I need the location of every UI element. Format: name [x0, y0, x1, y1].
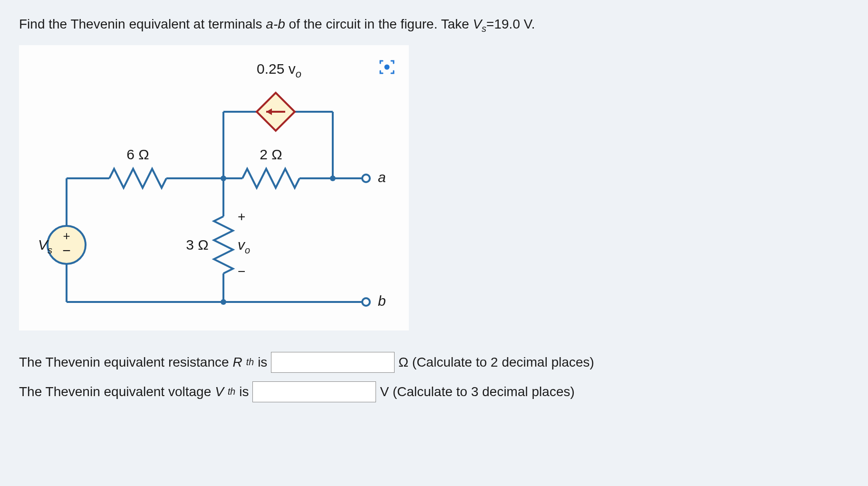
circuit-diagram: + − 6 Ω 2 Ω 3 Ω 0.25 vo + vo − Vs	[24, 50, 404, 326]
dep-source-sub: o	[296, 68, 301, 80]
vs-minus-sign: −	[62, 243, 71, 258]
vth-sub: th	[228, 386, 235, 397]
vs-symbol-sub: s	[48, 245, 52, 255]
vs-eq: =19.0 V.	[486, 17, 535, 31]
rth-sym: R	[233, 355, 242, 370]
rth-prefix: The Thevenin equivalent resistance	[19, 355, 229, 370]
rth-unit: Ω (Calculate to 2 decimal places)	[398, 355, 594, 370]
rth-is: is	[258, 355, 267, 370]
lens-icon[interactable]	[376, 56, 398, 78]
question-prefix: Find the Thevenin equivalent at terminal…	[19, 17, 266, 31]
rth-answer-row: The Thevenin equivalent resistance Rth i…	[19, 352, 849, 373]
vth-prefix: The Thevenin equivalent voltage	[19, 384, 211, 399]
rth-input[interactable]	[271, 352, 395, 373]
vs-sub: s	[482, 23, 486, 34]
vth-is: is	[239, 384, 249, 399]
vth-input[interactable]	[252, 381, 376, 402]
r2-label: 2 Ω	[260, 146, 282, 162]
vth-unit: V (Calculate to 3 decimal places)	[380, 384, 574, 399]
vth-answer-row: The Thevenin equivalent voltage Vth is V…	[19, 381, 849, 402]
question-text: Find the Thevenin equivalent at terminal…	[19, 14, 849, 36]
rth-sub: th	[246, 357, 254, 368]
svg-point-0	[385, 65, 389, 69]
vo-sub: o	[245, 245, 250, 255]
svg-point-21	[221, 299, 226, 305]
svg-text:0.25 vo: 0.25 vo	[257, 61, 301, 80]
vs-label: V	[473, 17, 482, 31]
vo-minus: −	[238, 264, 245, 279]
question-terminals: a-b	[266, 17, 285, 31]
svg-point-20	[221, 175, 226, 181]
r3-label: 3 Ω	[186, 237, 208, 253]
vth-sym: V	[215, 384, 224, 399]
question-middle: of the circuit in the figure. Take	[285, 17, 473, 31]
vo-plus: +	[238, 209, 245, 224]
terminal-a: a	[378, 169, 386, 185]
terminal-b: b	[378, 293, 386, 309]
svg-point-22	[330, 175, 336, 181]
dep-source-label: 0.25 v	[257, 61, 296, 77]
svg-text:vo: vo	[238, 237, 250, 255]
svg-point-19	[362, 298, 370, 306]
r1-label: 6 Ω	[126, 146, 149, 162]
svg-point-18	[362, 175, 370, 182]
vs-plus-sign: +	[63, 229, 70, 243]
circuit-figure: + − 6 Ω 2 Ω 3 Ω 0.25 vo + vo − Vs	[19, 45, 409, 330]
